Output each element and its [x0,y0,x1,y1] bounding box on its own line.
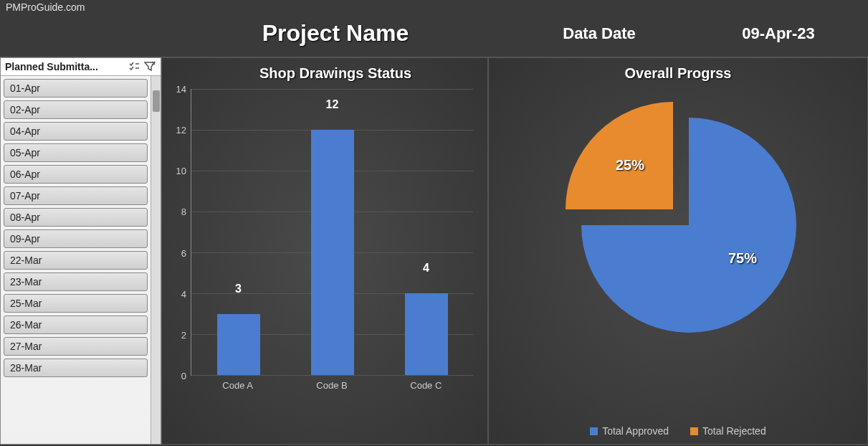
pie-chart: 25% 75% [560,96,796,361]
scrollbar-thumb[interactable] [153,90,160,112]
bar-y-tick: 14 [176,84,186,95]
slicer-item[interactable]: 06-Apr [4,165,148,184]
slicer-item[interactable]: 05-Apr [4,143,148,162]
bar [217,314,260,376]
bar-x-label: Code C [390,376,462,397]
bar-group: 4 [391,89,462,375]
slicer-item[interactable]: 07-Apr [4,186,148,205]
bar-y-tick: 4 [181,288,186,299]
header: Project Name Data Date 09-Apr-23 [0,14,868,57]
bar-y-tick: 12 [176,125,186,136]
bar-y-tick: 6 [181,247,186,258]
bar-chart-panel: Shop Drawings Status 02468101214 3124 Co… [161,57,488,445]
data-date-value: 09-Apr-23 [689,24,868,43]
bar-y-tick: 8 [181,207,186,217]
legend-swatch [590,427,598,435]
bar-group: 12 [297,89,368,375]
slicer-item[interactable]: 26-Mar [4,315,148,334]
slicer-header: Planned Submitta... [1,58,161,76]
bar-y-tick: 0 [181,371,186,381]
bar-value-label: 3 [235,283,242,298]
bar-x-label: Code B [296,376,368,397]
bar-x-label: Code A [202,376,274,397]
legend-label: Total Rejected [702,425,766,437]
slicer-item[interactable]: 01-Apr [4,79,148,98]
bar-value-label: 12 [326,98,339,114]
pie-legend: Total Approved Total Rejected [489,425,867,437]
bar-chart: 02468101214 3124 Code ACode BCode C [191,89,480,397]
slicer-list: 01-Apr 02-Apr 04-Apr 05-Apr 06-Apr 07-Ap… [1,76,151,444]
bar-y-tick: 10 [176,166,186,176]
legend-label: Total Approved [602,425,669,437]
bar-x-axis: Code ACode BCode C [191,376,473,397]
legend-swatch [690,427,698,435]
slicer-item[interactable]: 27-Mar [4,337,148,356]
bar-chart-title: Shop Drawings Status [191,65,480,82]
bar-value-label: 4 [423,262,429,277]
bar-plot-area: 3124 [191,89,473,376]
bar-y-axis: 02468101214 [169,89,191,376]
bar-y-tick: 2 [181,329,186,340]
bar-group: 3 [203,89,275,375]
slicer-scrollbar[interactable] [151,76,161,444]
slicer-item[interactable]: 22-Mar [4,251,148,270]
data-date-label: Data Date [510,24,689,43]
pie-slice-approved [581,118,796,333]
slicer-item[interactable]: 09-Apr [4,229,148,248]
slicer-item[interactable]: 28-Mar [4,359,148,377]
pie-chart-title: Overall Progrss [496,65,860,82]
slicer-title: Planned Submitta... [5,61,125,72]
site-brand: PMProGuide.com [0,0,868,14]
pie-label-approved: 75% [728,250,757,267]
legend-item-rejected: Total Rejected [690,425,766,437]
date-slicer: Planned Submitta... 01-Apr 02-Apr 04-Apr… [0,57,161,445]
multi-select-icon[interactable] [128,60,140,73]
legend-item-approved: Total Approved [590,425,669,437]
slicer-item[interactable]: 02-Apr [4,100,148,119]
project-name: Project Name [161,20,510,47]
slicer-item[interactable]: 04-Apr [4,122,148,141]
slicer-item[interactable]: 25-Mar [4,294,148,313]
slicer-item[interactable]: 08-Apr [4,208,148,227]
slicer-item[interactable]: 23-Mar [4,272,148,291]
bar [405,293,448,375]
bar [311,130,354,375]
clear-filter-icon[interactable] [143,60,156,73]
pie-chart-panel: Overall Progrss 25% 75% Total Approved T… [488,57,868,445]
pie-label-rejected: 25% [616,157,644,174]
